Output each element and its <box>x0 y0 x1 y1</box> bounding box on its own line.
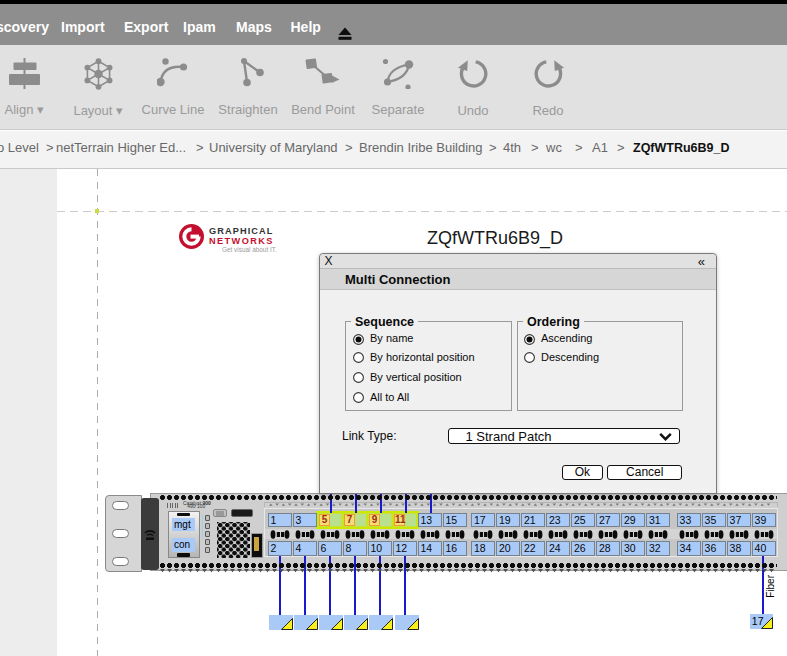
svg-text:NETWORKS: NETWORKS <box>209 236 274 246</box>
svg-text:GRAPHICAL: GRAPHICAL <box>209 226 274 236</box>
svg-text:Get visual about IT.: Get visual about IT. <box>222 246 277 253</box>
